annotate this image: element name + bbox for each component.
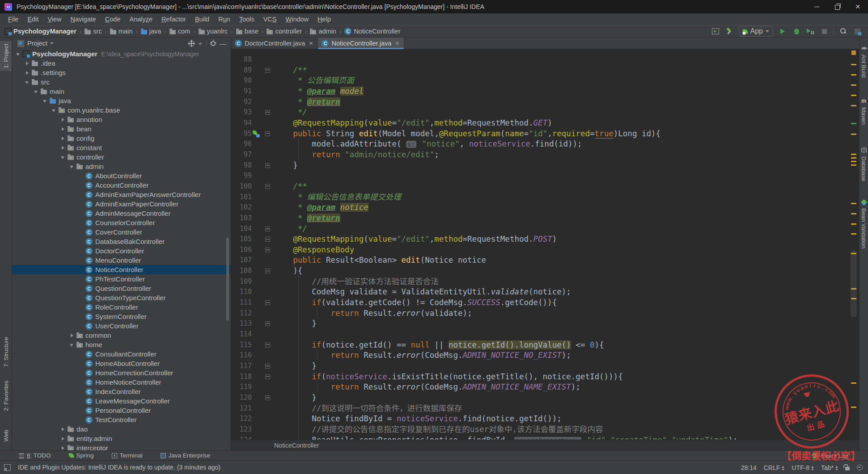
tree-arrow-closed-icon[interactable] xyxy=(25,70,30,76)
tree-arrow-closed-icon[interactable] xyxy=(60,145,66,151)
error-stripe-yellow-mark[interactable] xyxy=(851,154,856,155)
tree-item-DatabaseBakController[interactable]: DatabaseBakController xyxy=(12,237,231,246)
tree-item-ConsultantController[interactable]: ConsultantController xyxy=(12,349,231,359)
breadcrumb-item-base[interactable]: ›base xyxy=(228,28,258,35)
tool-window-button-todo[interactable]: 6: TODO xyxy=(19,452,51,459)
tree-item-dao[interactable]: dao xyxy=(12,424,231,434)
fold-close-marker[interactable] xyxy=(265,110,270,115)
fold-close-marker[interactable] xyxy=(265,247,270,252)
tool-stripe-favorites[interactable]: 2: Favorites xyxy=(0,378,12,414)
editor-breadcrumb-item[interactable]: NoticeController xyxy=(274,442,319,449)
error-stripe-yellow-mark[interactable] xyxy=(851,161,856,162)
error-stripe-yellow-mark[interactable] xyxy=(851,203,856,204)
fold-open-marker[interactable] xyxy=(265,300,270,305)
unlock-icon[interactable] xyxy=(845,467,850,470)
tool-window-button-spring[interactable]: Spring xyxy=(69,452,94,459)
breadcrumb-item-com[interactable]: ›com xyxy=(161,28,190,35)
fold-close-marker[interactable] xyxy=(265,395,270,400)
tree-arrow-closed-icon[interactable] xyxy=(69,333,75,338)
tree-arrow-open-icon[interactable] xyxy=(16,51,21,57)
menu-item-file[interactable]: File xyxy=(4,16,23,23)
error-stripe-yellow-mark[interactable] xyxy=(851,157,856,159)
run-button[interactable] xyxy=(778,27,787,36)
tree-item-home[interactable]: home xyxy=(12,340,231,349)
menu-item-code[interactable]: Code xyxy=(101,16,125,23)
tree-item-src[interactable]: src xyxy=(12,77,231,87)
error-stripe-yellow-mark[interactable] xyxy=(851,95,856,96)
restore-button[interactable] xyxy=(827,0,847,13)
search-everywhere-button[interactable] xyxy=(839,27,848,36)
menu-item-tools[interactable]: Tools xyxy=(235,16,259,23)
error-stripe-yellow-mark[interactable] xyxy=(851,253,856,254)
error-stripe-warning-square[interactable] xyxy=(851,50,856,55)
project-structure-button[interactable] xyxy=(853,27,862,36)
error-stripe-green-mark[interactable] xyxy=(851,123,856,124)
minimize-button[interactable] xyxy=(806,0,827,13)
tree-item-QuestionController[interactable]: QuestionController xyxy=(12,284,231,293)
gear-icon[interactable] xyxy=(211,41,216,46)
tool-stripe-beanvalidation[interactable]: Bean Validation xyxy=(860,197,868,251)
tree-item-CounselorController[interactable]: CounselorController xyxy=(12,218,231,227)
tree-item-java[interactable]: java xyxy=(12,96,231,105)
fold-open-marker[interactable] xyxy=(265,68,270,73)
stop-button[interactable] xyxy=(820,27,829,36)
tree-item-AdminExamPaperAnswerController[interactable]: AdminExamPaperAnswerController xyxy=(12,190,231,199)
tree-item-IndexController[interactable]: IndexController xyxy=(12,387,231,396)
breadcrumb-item-admin[interactable]: ›admin xyxy=(302,28,336,35)
tree-item-LeaveMessageController[interactable]: LeaveMessageController xyxy=(12,396,231,406)
close-button[interactable]: ✕ xyxy=(847,0,868,13)
editor-tab-DoctorController.java[interactable]: DoctorController.java✕ xyxy=(231,38,318,49)
tree-item-MenuController[interactable]: MenuController xyxy=(12,256,231,265)
tree-arrow-closed-icon[interactable] xyxy=(25,61,30,66)
menu-item-refactor[interactable]: Refactor xyxy=(157,16,191,23)
tree-item-AdminMessageController[interactable]: AdminMessageController xyxy=(12,209,231,218)
tree-item-common[interactable]: common xyxy=(12,331,231,340)
error-stripe-yellow-mark[interactable] xyxy=(851,134,856,135)
run-with-coverage-button[interactable] xyxy=(806,27,815,36)
error-stripe-yellow-mark[interactable] xyxy=(851,298,856,299)
fold-close-marker[interactable] xyxy=(265,364,270,369)
menu-item-window[interactable]: Window xyxy=(281,16,313,23)
tree-item-TestController[interactable]: TestController xyxy=(12,415,231,424)
menu-item-help[interactable]: Help xyxy=(313,16,335,23)
fold-open-marker[interactable] xyxy=(265,343,270,348)
indent-indicator[interactable]: Tab* xyxy=(821,464,838,471)
tree-item-AboutController[interactable]: AboutController xyxy=(12,171,231,180)
menu-item-edit[interactable]: Edit xyxy=(23,16,43,23)
run-anything-button[interactable] xyxy=(711,27,720,36)
tree-arrow-closed-icon[interactable] xyxy=(60,126,66,132)
tree-arrow-open-icon[interactable] xyxy=(42,98,48,104)
error-stripe-yellow-mark[interactable] xyxy=(851,105,856,106)
tree-item-com.yuanlrc.base[interactable]: com.yuanlrc.base xyxy=(12,105,231,115)
tool-window-button-terminal[interactable]: Terminal xyxy=(112,452,143,459)
error-stripe-yellow-mark[interactable] xyxy=(851,382,856,384)
tree-item-QuestionTypeController[interactable]: QuestionTypeController xyxy=(12,293,231,302)
breadcrumb-item-src[interactable]: ›src xyxy=(76,28,102,35)
breadcrumb-item-PsychologyManager[interactable]: PsychologyManager xyxy=(4,28,76,35)
tree-item-DoctorController[interactable]: DoctorController xyxy=(12,246,231,256)
tree-item-config[interactable]: config xyxy=(12,134,231,143)
locate-file-icon[interactable] xyxy=(189,41,195,46)
tree-arrow-closed-icon[interactable] xyxy=(60,136,66,141)
fold-open-marker[interactable] xyxy=(265,131,270,136)
tree-arrow-closed-icon[interactable] xyxy=(60,117,66,122)
breadcrumb-item-yuanlrc[interactable]: ›yuanlrc xyxy=(190,28,228,35)
tree-item-controller[interactable]: controller xyxy=(12,152,231,162)
tree-item-AccountController[interactable]: AccountController xyxy=(12,180,231,190)
close-tab-icon[interactable]: ✕ xyxy=(395,40,399,46)
tool-stripe-antbuild[interactable]: Ant Build xyxy=(860,43,868,80)
tool-stripe-structure[interactable]: 7: Structure xyxy=(0,334,12,369)
tool-stripe-maven[interactable]: Maven xyxy=(860,96,868,127)
tree-item-.idea[interactable]: .idea xyxy=(12,59,231,68)
tree-arrow-closed-icon[interactable] xyxy=(60,436,66,441)
error-stripe-yellow-mark[interactable] xyxy=(851,288,856,289)
build-button[interactable] xyxy=(725,27,734,36)
breadcrumb-item-NoticeController[interactable]: ›NoticeController xyxy=(336,28,400,35)
tree-arrow-open-icon[interactable] xyxy=(34,89,39,94)
fold-open-marker[interactable] xyxy=(265,268,270,273)
tree-item-interceptor[interactable]: interceptor xyxy=(12,443,231,450)
error-stripe-yellow-mark[interactable] xyxy=(851,213,856,214)
tool-stripe-web[interactable]: Web xyxy=(0,427,12,445)
tree-arrow-open-icon[interactable] xyxy=(51,108,57,113)
editor-scrollbar[interactable] xyxy=(851,250,857,317)
